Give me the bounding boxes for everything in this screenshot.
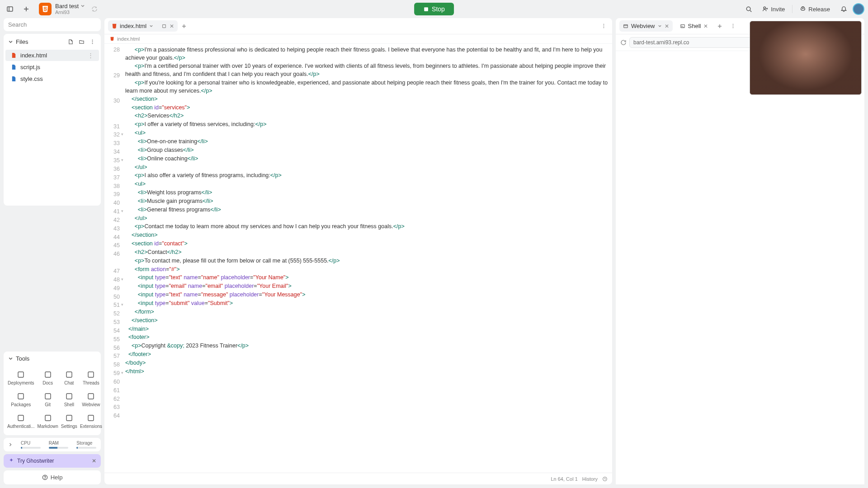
- tool-label: Docs: [38, 380, 58, 385]
- add-tab-button[interactable]: [179, 22, 189, 31]
- svg-point-7: [764, 7, 765, 9]
- tools-label: Tools: [16, 355, 29, 362]
- tool-git[interactable]: Git: [37, 389, 59, 410]
- project-owner: Arni93: [55, 9, 85, 15]
- sync-icon: [91, 6, 98, 12]
- tool-settings[interactable]: Settings: [60, 411, 78, 432]
- tool-label: Markdown: [38, 424, 58, 429]
- search-icon[interactable]: [742, 3, 755, 15]
- editor-more-icon[interactable]: [599, 21, 609, 31]
- tool-icon: [86, 392, 95, 401]
- tool-packages[interactable]: Packages: [6, 389, 36, 410]
- project-name: Bard test: [55, 3, 79, 10]
- user-plus-icon: [762, 6, 769, 12]
- close-tab-icon[interactable]: ✕: [703, 23, 708, 29]
- user-avatar[interactable]: [853, 3, 864, 15]
- cpu-label: CPU: [21, 441, 41, 446]
- tool-extensions[interactable]: Extensions: [79, 411, 103, 432]
- help-button[interactable]: Help: [4, 470, 101, 484]
- html-file-icon: [110, 37, 114, 41]
- tool-webview[interactable]: Webview: [79, 389, 103, 410]
- css-file-icon: [11, 76, 17, 82]
- svg-rect-28: [163, 24, 166, 28]
- more-icon[interactable]: [88, 38, 96, 46]
- link-icon[interactable]: [161, 23, 167, 29]
- close-tab-icon[interactable]: ✕: [170, 23, 174, 29]
- search-input[interactable]: Search: [4, 18, 101, 31]
- clock-icon[interactable]: [602, 476, 608, 482]
- close-icon[interactable]: ✕: [92, 458, 96, 464]
- tool-icon: [43, 370, 52, 379]
- chevron-down-icon[interactable]: [8, 356, 13, 361]
- svg-rect-23: [45, 415, 51, 421]
- cursor-position: Ln 64, Col 1: [551, 476, 577, 482]
- code-editor[interactable]: 2829303132▾333435▾363738394041▾424344454…: [104, 44, 612, 473]
- webview-more-icon[interactable]: [728, 21, 738, 31]
- tool-chat[interactable]: Chat: [60, 367, 78, 388]
- tool-icon: [43, 392, 52, 401]
- breadcrumb[interactable]: index.html: [117, 36, 140, 42]
- shell-tab[interactable]: Shell ✕: [676, 20, 712, 32]
- new-file-icon[interactable]: [66, 38, 75, 46]
- add-tab-button[interactable]: [715, 22, 724, 31]
- new-folder-icon[interactable]: [77, 38, 85, 46]
- tool-threads[interactable]: Threads: [79, 367, 103, 388]
- html-file-icon: [11, 52, 17, 58]
- svg-rect-24: [66, 415, 72, 421]
- tool-icon: [43, 413, 52, 422]
- svg-point-5: [746, 7, 750, 10]
- chevron-down-icon[interactable]: [149, 24, 153, 28]
- svg-rect-21: [88, 394, 94, 399]
- file-name: style.css: [20, 75, 43, 82]
- run-stop-button[interactable]: Stop: [414, 3, 454, 15]
- tool-docs[interactable]: Docs: [37, 367, 59, 388]
- plus-icon[interactable]: [20, 3, 33, 15]
- tool-icon: [65, 392, 74, 401]
- topbar: Bard test Arni93 Stop Invite: [0, 0, 868, 18]
- chevron-down-icon[interactable]: [8, 39, 13, 44]
- tool-label: Extensions: [80, 424, 102, 429]
- editor-panel: index.html ✕ index.html 2829: [104, 18, 612, 484]
- ghostwriter-banner[interactable]: Try Ghostwriter ✕: [4, 454, 101, 468]
- webview-tab[interactable]: Webview ✕: [619, 20, 673, 32]
- invite-button[interactable]: Invite: [758, 4, 789, 15]
- history-button[interactable]: History: [582, 476, 598, 482]
- terminal-icon: [680, 23, 685, 29]
- svg-rect-18: [18, 394, 24, 399]
- svg-rect-19: [45, 394, 51, 399]
- svg-point-32: [603, 26, 604, 27]
- webview-content[interactable]: [616, 51, 864, 484]
- html5-icon: [39, 3, 52, 15]
- editor-tab[interactable]: index.html ✕: [108, 20, 178, 32]
- sparkle-icon: [8, 458, 14, 464]
- more-icon[interactable]: ⋮: [88, 52, 94, 59]
- js-file-icon: [11, 64, 17, 70]
- svg-point-13: [92, 43, 93, 44]
- file-item[interactable]: style.css: [5, 73, 99, 84]
- tool-shell[interactable]: Shell: [60, 389, 78, 410]
- close-tab-icon[interactable]: ✕: [665, 23, 669, 29]
- refresh-icon[interactable]: [620, 39, 627, 46]
- webcam-overlay[interactable]: [750, 21, 862, 95]
- files-panel: Files index.html⋮script.jsstyle.css: [4, 34, 101, 206]
- notifications-icon[interactable]: [837, 3, 850, 15]
- tool-authenticati-[interactable]: Authenticati...: [6, 411, 36, 432]
- svg-rect-15: [45, 372, 51, 377]
- svg-point-33: [603, 27, 604, 28]
- project-info[interactable]: Bard test Arni93: [39, 3, 98, 16]
- file-item[interactable]: script.js: [5, 61, 99, 73]
- tool-deployments[interactable]: Deployments: [6, 367, 36, 388]
- file-item[interactable]: index.html⋮: [5, 50, 99, 61]
- resources-panel[interactable]: CPU RAM Storage: [4, 438, 101, 451]
- html-file-icon: [112, 23, 117, 29]
- sidebar-toggle-icon[interactable]: [4, 3, 16, 15]
- tool-icon: [16, 413, 25, 422]
- svg-rect-0: [7, 7, 13, 11]
- svg-point-10: [802, 8, 803, 9]
- release-button[interactable]: Release: [795, 4, 835, 15]
- svg-point-27: [45, 479, 45, 479]
- tool-icon: [86, 370, 95, 379]
- tool-markdown[interactable]: Markdown: [37, 411, 59, 432]
- tool-label: Shell: [61, 402, 77, 407]
- svg-rect-37: [680, 24, 684, 28]
